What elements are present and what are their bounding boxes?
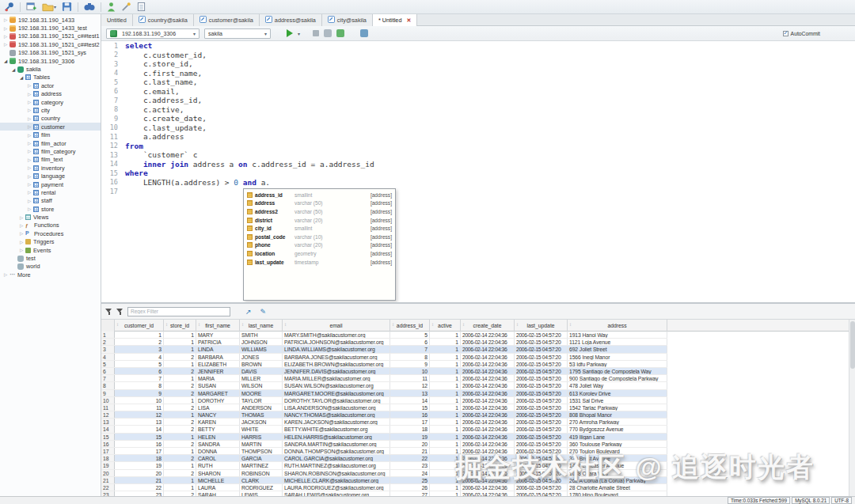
table-row[interactable]: 18182CAROLGARCIACAROL.GARCIA@sakilacusto… bbox=[101, 455, 667, 462]
cell-email[interactable]: RUTH.MARTINEZ@sakilacustomer.org bbox=[283, 462, 390, 468]
column-header-active[interactable]: ↕active bbox=[430, 320, 461, 332]
cell-last-name[interactable]: WILLIAMS bbox=[240, 346, 283, 352]
expander-collapsed-icon[interactable] bbox=[2, 16, 9, 24]
cell-create-date[interactable]: 2006-02-14 22:04:36 bbox=[461, 404, 515, 411]
open-folder-dropdown-icon[interactable]: ▾ bbox=[54, 4, 56, 9]
cell-email[interactable]: KAREN.JACKSON@sakilacustomer.org bbox=[283, 419, 390, 425]
database-select[interactable]: sakila ▾ bbox=[204, 28, 271, 39]
tree-item-staff[interactable]: staff bbox=[0, 197, 101, 205]
cell-store-id[interactable]: 2 bbox=[164, 390, 196, 396]
tab-customer-sakila[interactable]: customer@sakila bbox=[194, 14, 260, 26]
expander-collapsed-icon[interactable] bbox=[18, 222, 25, 229]
cell-first-name[interactable]: ELIZABETH bbox=[196, 361, 240, 367]
tab-untitled[interactable]: Untitled bbox=[101, 14, 133, 26]
cell-address[interactable]: 1688 Okara Way bbox=[568, 470, 667, 476]
cell-create-date[interactable]: 2006-02-14 22:04:36 bbox=[461, 390, 515, 396]
regex-filter-input[interactable] bbox=[127, 307, 230, 316]
connect-icon[interactable] bbox=[4, 2, 14, 13]
cell-store-id[interactable]: 2 bbox=[164, 354, 196, 360]
cell-active[interactable]: 1 bbox=[430, 346, 461, 352]
cell-last-update[interactable]: 2006-02-15 04:57:20 bbox=[515, 346, 568, 352]
row-number-cell[interactable]: 13 bbox=[101, 419, 115, 425]
cell-store-id[interactable]: 2 bbox=[164, 470, 196, 476]
cell-email[interactable]: SHARON.ROBINSON@sakilacustomer.org bbox=[283, 470, 390, 476]
tree-item-192-168-31-190-1521-sys[interactable]: 192.168.31.190_1521_sys bbox=[0, 49, 101, 57]
expander-collapsed-icon[interactable] bbox=[18, 238, 25, 246]
cell-email[interactable]: NANCY.THOMAS@sakilacustomer.org bbox=[283, 411, 390, 418]
cell-address-id[interactable]: 16 bbox=[390, 411, 430, 418]
cell-address-id[interactable]: 21 bbox=[390, 448, 430, 454]
cell-address-id[interactable]: 15 bbox=[390, 404, 430, 411]
cell-create-date[interactable]: 2006-02-14 22:04:36 bbox=[461, 419, 515, 425]
expander-collapsed-icon[interactable] bbox=[26, 90, 32, 98]
cell-store-id[interactable]: 1 bbox=[164, 448, 196, 454]
cell-last-update[interactable]: 2006-02-15 04:57:20 bbox=[515, 361, 568, 367]
expander-collapsed-icon[interactable] bbox=[26, 205, 32, 213]
autocomplete-item-last-update[interactable]: last_updatetimestamp[address] bbox=[244, 258, 395, 267]
cell-active[interactable]: 1 bbox=[430, 361, 461, 367]
cell-active[interactable]: 1 bbox=[430, 382, 461, 388]
cell-last-name[interactable]: ROBINSON bbox=[240, 470, 283, 476]
autocomplete-item-address[interactable]: addressvarchar (50)[address] bbox=[244, 199, 395, 208]
expander-collapsed-icon[interactable] bbox=[26, 180, 32, 188]
tree-item-country[interactable]: country bbox=[0, 115, 101, 123]
cell-create-date[interactable]: 2006-02-14 22:04:36 bbox=[461, 346, 515, 352]
cell-customer-id[interactable]: 16 bbox=[115, 441, 164, 447]
row-number-cell[interactable]: 19 bbox=[101, 462, 115, 468]
table-row[interactable]: 221PATRICIAJOHNSONPATRICIA.JOHNSON@sakil… bbox=[101, 339, 667, 346]
cell-address-id[interactable]: 26 bbox=[390, 484, 430, 491]
tree-item-192-168-31-190-1521-c-test1[interactable]: 192.168.31.190_1521_c##test1 bbox=[0, 32, 101, 40]
row-number-cell[interactable]: 22 bbox=[101, 484, 115, 491]
table-row[interactable]: 882SUSANWILSONSUSAN.WILSON@sakilacustome… bbox=[101, 382, 667, 389]
row-number-cell[interactable]: 1 bbox=[101, 332, 115, 338]
cell-active[interactable]: 1 bbox=[430, 434, 461, 440]
table-row[interactable]: 442BARBARAJONESBARBARA.JONES@sakilacusto… bbox=[101, 354, 667, 361]
cell-last-update[interactable]: 2006-02-15 04:57:20 bbox=[515, 455, 568, 461]
autocomplete-item-postal-code[interactable]: postal_codevarchar (10)[address] bbox=[244, 233, 395, 241]
expander-collapsed-icon[interactable] bbox=[26, 139, 32, 147]
cell-create-date[interactable]: 2006-02-14 22:04:36 bbox=[461, 361, 515, 367]
execute-script-button[interactable] bbox=[324, 29, 332, 37]
cell-last-name[interactable]: TAYLOR bbox=[240, 397, 283, 404]
sort-icon[interactable]: ↕ bbox=[462, 322, 465, 327]
row-number-cell[interactable]: 11 bbox=[101, 404, 115, 411]
column-header-customer-id[interactable]: ↕customer_id bbox=[115, 320, 164, 332]
connection-select[interactable]: 192.168.31.190_3306 ▾ bbox=[106, 28, 200, 39]
cell-address[interactable]: 53 Idfu Parkway bbox=[568, 361, 667, 367]
cell-address-id[interactable]: 14 bbox=[390, 397, 430, 404]
tree-item-test[interactable]: test bbox=[0, 254, 101, 262]
cell-first-name[interactable]: BARBARA bbox=[196, 354, 240, 360]
sort-icon[interactable]: ↕ bbox=[241, 322, 244, 327]
tree-item-city[interactable]: city bbox=[0, 106, 101, 114]
cell-email[interactable]: CAROL.GARCIA@sakilacustomer.org bbox=[283, 455, 390, 461]
table-row[interactable]: 13132KARENJACKSONKAREN.JACKSON@sakilacus… bbox=[101, 419, 667, 426]
cell-active[interactable]: 1 bbox=[430, 354, 461, 360]
cell-active[interactable]: 1 bbox=[430, 426, 461, 432]
cell-address[interactable]: 1531 Sal Drive bbox=[568, 397, 667, 404]
column-header-last-update[interactable]: ↕last_update bbox=[515, 320, 568, 332]
cell-create-date[interactable]: 2006-02-14 22:04:36 bbox=[461, 434, 515, 440]
cell-last-name[interactable]: RODRIGUEZ bbox=[240, 484, 283, 491]
autocomplete-item-city-id[interactable]: city_idsmallint[address] bbox=[244, 224, 395, 233]
table-row[interactable]: 771MARIAMILLERMARIA.MILLER@sakilacustome… bbox=[101, 375, 667, 382]
cell-create-date[interactable]: 2006-02-14 22:04:36 bbox=[461, 448, 515, 454]
cell-last-name[interactable]: JONES bbox=[240, 354, 283, 360]
column-header-last-name[interactable]: ↕last_name bbox=[240, 320, 283, 332]
cell-first-name[interactable]: PATRICIA bbox=[196, 339, 240, 345]
cell-last-name[interactable]: BROWN bbox=[240, 361, 283, 367]
cell-create-date[interactable]: 2006-02-14 22:04:36 bbox=[461, 411, 515, 418]
tree-item-more[interactable]: ⋯More bbox=[0, 271, 101, 279]
cell-customer-id[interactable]: 11 bbox=[115, 404, 164, 411]
cell-active[interactable]: 1 bbox=[430, 470, 461, 476]
user-icon[interactable] bbox=[107, 2, 116, 13]
cell-create-date[interactable]: 2006-02-14 22:04:36 bbox=[461, 426, 515, 432]
cell-first-name[interactable]: LISA bbox=[196, 404, 240, 411]
expander-collapsed-icon[interactable] bbox=[26, 156, 32, 164]
cell-address[interactable]: 270 Amroha Parkway bbox=[568, 419, 667, 425]
sort-icon[interactable]: ↕ bbox=[569, 322, 572, 327]
cell-store-id[interactable]: 1 bbox=[164, 375, 196, 381]
row-number-cell[interactable]: 7 bbox=[101, 375, 115, 381]
table-row[interactable]: 15151HELENHARRISHELEN.HARRIS@sakilacusto… bbox=[101, 434, 667, 441]
cell-store-id[interactable]: 2 bbox=[164, 441, 196, 447]
table-row[interactable]: 12121NANCYTHOMASNANCY.THOMAS@sakilacusto… bbox=[101, 411, 667, 419]
